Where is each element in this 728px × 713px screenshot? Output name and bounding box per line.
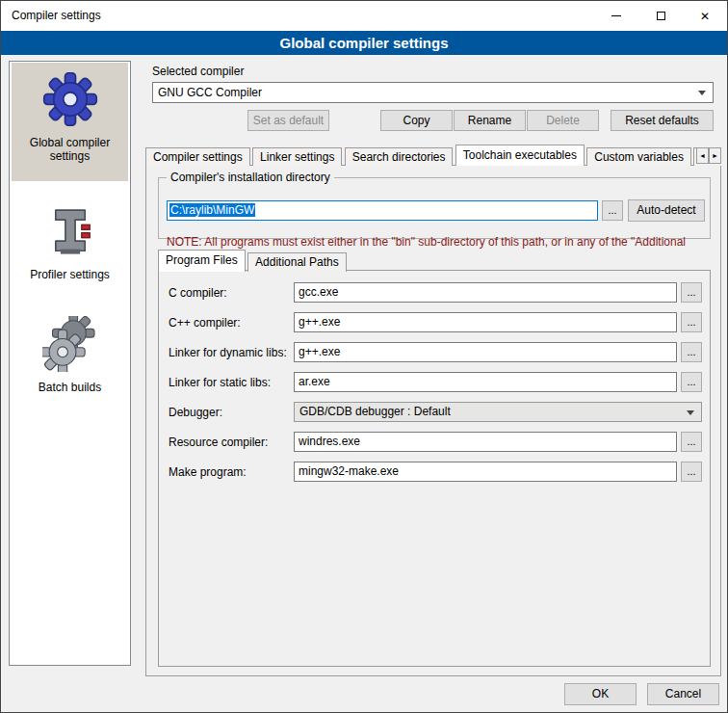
field-label: C compiler: [169,286,227,300]
browse-button[interactable]: ... [681,312,702,332]
field-label: Make program: [169,465,247,479]
tab-scroll-right-icon[interactable]: ► [709,147,721,164]
delete-button: Delete [527,110,599,131]
sidebar-item-label: Profiler settings [12,268,128,281]
c-compiler-input[interactable]: gcc.exe [294,282,677,303]
compiler-select[interactable]: GNU GCC Compiler [152,82,714,103]
browse-button[interactable]: ... [681,462,702,482]
browse-button[interactable]: ... [681,282,702,303]
field-label: Debugger: [169,406,222,419]
gears-gray-icon [12,313,128,375]
settings-sidebar: Global compiler settings Profiler settin… [9,61,131,666]
browse-button[interactable]: ... [681,342,702,362]
title-bar[interactable]: Compiler settings ✕ [1,1,727,31]
field-label: Resource compiler: [169,436,268,449]
sidebar-item-global-compiler-settings[interactable]: Global compiler settings [12,63,128,181]
auto-detect-button[interactable]: Auto-detect [628,199,705,222]
sidebar-item-profiler-settings[interactable]: Profiler settings [12,195,128,283]
field-label: Linker for static libs: [169,376,271,389]
compiler-select-value: GNU GCC Compiler [158,86,262,99]
bin-note-text: NOTE: All programs must exist either in … [167,235,725,249]
ok-button[interactable]: OK [564,683,637,705]
install-dir-value: C:\raylib\MinGW [169,203,255,217]
settings-tabstrip: Compiler settings Linker settings Search… [145,145,721,166]
reset-defaults-button[interactable]: Reset defaults [611,110,714,131]
maximize-button[interactable] [638,1,683,31]
tab-toolchain-executables[interactable]: Toolchain executables [455,145,585,166]
minimize-icon [611,15,621,16]
browse-install-dir-button[interactable]: ... [602,200,623,221]
close-icon: ✕ [700,11,710,22]
close-button[interactable]: ✕ [683,1,727,31]
maximize-icon [657,12,665,20]
debugger-select-value: GDB/CDB debugger : Default [299,405,451,418]
tab-scroll-left-icon[interactable]: ◄ [696,147,709,164]
page-title: Global compiler settings [1,31,727,55]
field-label: Linker for dynamic libs: [169,346,287,359]
tab-custom-variables[interactable]: Custom variables [586,147,691,166]
cancel-button[interactable]: Cancel [647,683,719,705]
profiler-clamp-icon [12,200,128,262]
make-program-input[interactable]: mingw32-make.exe [294,462,677,482]
gear-blue-icon [12,68,128,130]
copy-button[interactable]: Copy [380,110,453,131]
toolchain-executables-panel: Compiler's installation directory C:\ray… [145,165,721,676]
resource-compiler-input[interactable]: windres.exe [294,432,677,452]
program-files-panel: C compiler: gcc.exe ... C++ compiler: g+… [158,270,711,667]
minimize-button[interactable] [594,1,638,31]
cpp-compiler-input[interactable]: g++.exe [294,312,677,332]
install-dir-input[interactable]: C:\raylib\MinGW [167,200,598,221]
debugger-select[interactable]: GDB/CDB debugger : Default [294,402,702,422]
set-as-default-button: Set as default [247,110,329,131]
field-label: C++ compiler: [169,316,241,330]
tab-compiler-settings[interactable]: Compiler settings [145,147,250,166]
linker-static-input[interactable]: ar.exe [294,372,677,392]
sidebar-item-batch-builds[interactable]: Batch builds [12,307,128,404]
window-title: Compiler settings [12,9,101,22]
chevron-down-icon [687,410,694,415]
subtab-additional-paths[interactable]: Additional Paths [247,252,347,272]
tab-search-directories[interactable]: Search directories [345,147,454,166]
linker-dynamic-input[interactable]: g++.exe [294,342,677,362]
files-subtabs: Program Files Additional Paths [158,250,346,271]
selected-compiler-label: Selected compiler [152,65,244,78]
browse-button[interactable]: ... [681,372,702,392]
subtab-program-files[interactable]: Program Files [158,250,246,272]
sidebar-item-label: Batch builds [12,381,128,394]
groupbox-title: Compiler's installation directory [167,171,334,184]
browse-button[interactable]: ... [681,432,702,452]
installation-directory-groupbox: Compiler's installation directory C:\ray… [158,177,711,239]
tab-linker-settings[interactable]: Linker settings [252,147,342,166]
chevron-down-icon [698,91,706,95]
sidebar-item-label: Global compiler settings [12,136,128,163]
compiler-settings-window: Compiler settings ✕ Global compiler sett… [0,0,728,713]
rename-button[interactable]: Rename [454,110,526,131]
